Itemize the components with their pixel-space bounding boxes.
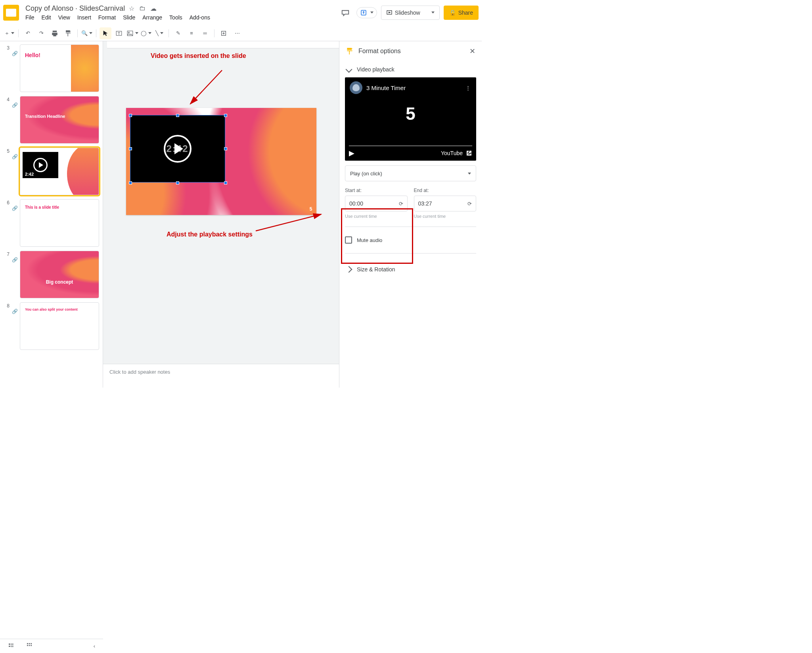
play-icon[interactable] <box>164 135 192 163</box>
slideshow-button[interactable]: Slideshow <box>381 6 425 19</box>
close-icon[interactable]: ✕ <box>469 47 475 56</box>
image-tool[interactable] <box>126 27 138 39</box>
thumbnail-item[interactable]: 6 🔗 This is a slide title <box>2 199 101 247</box>
annotation-text-top: Video gets inserted on the slide <box>151 52 270 60</box>
main-area: 3 🔗 Hello! 4 🔗 Transition Headline 5 🔗 <box>0 41 482 388</box>
shape-tool[interactable]: ◯ <box>140 27 152 39</box>
thumbnail-item[interactable]: 8 🔗 You can also split your content <box>2 302 101 350</box>
menu-arrange[interactable]: Arrange <box>142 14 162 21</box>
link-icon: 🔗 <box>12 251 17 298</box>
zoom-button[interactable]: 🔍 <box>81 27 93 39</box>
menu-file[interactable]: File <box>25 14 34 21</box>
select-tool[interactable] <box>100 27 111 39</box>
link-icon: 🔗 <box>12 199 17 247</box>
redo-button[interactable]: ↷ <box>35 27 47 39</box>
resize-handle[interactable] <box>176 181 179 184</box>
section-label: Size & Rotation <box>357 266 395 273</box>
video-play-icon[interactable]: ▶ <box>349 149 354 157</box>
chevron-right-icon <box>346 266 352 273</box>
top-actions: Slideshow 🔒 Share <box>338 6 479 20</box>
link-icon: 🔗 <box>12 148 17 195</box>
menu-edit[interactable]: Edit <box>42 14 51 21</box>
thumbnail-preview[interactable]: This is a slide title <box>20 199 99 247</box>
more-tools-button[interactable]: ⋯ <box>231 27 243 39</box>
start-time-input[interactable] <box>349 200 373 207</box>
present-integration-button[interactable] <box>356 7 377 18</box>
svg-marker-2 <box>389 12 390 13</box>
slide[interactable]: 5 2:42 <box>126 108 316 215</box>
inserted-video[interactable]: 2:42 <box>130 115 225 182</box>
thumbnail-item[interactable]: 3 🔗 Hello! <box>2 44 101 92</box>
video-countdown-value: 5 <box>406 104 415 124</box>
refresh-icon[interactable]: ⟳ <box>399 201 403 207</box>
document-title[interactable]: Copy of Alonso · SlidesCarnival <box>25 4 125 13</box>
pen-color-tool[interactable]: ✎ <box>172 27 184 39</box>
thumbnail-strip[interactable]: 3 🔗 Hello! 4 🔗 Transition Headline 5 🔗 <box>0 41 103 388</box>
format-options-button[interactable] <box>218 27 230 39</box>
refresh-icon[interactable]: ⟳ <box>467 201 472 207</box>
menu-format[interactable]: Format <box>98 14 116 21</box>
thumbnail-number: 4 <box>2 96 10 144</box>
resize-handle[interactable] <box>224 114 227 117</box>
thumbnail-item[interactable]: 5 🔗 2:42 <box>2 148 101 195</box>
share-button[interactable]: 🔒 Share <box>444 6 479 20</box>
border-weight-tool[interactable]: ≡ <box>186 27 197 39</box>
new-slide-button[interactable]: ＋ <box>3 27 15 39</box>
slideshow-dropdown[interactable] <box>425 6 439 19</box>
section-size-rotation[interactable]: Size & Rotation <box>345 261 476 277</box>
undo-button[interactable]: ↶ <box>22 27 34 39</box>
chevron-down-icon <box>346 66 352 73</box>
border-dash-tool[interactable]: ═ <box>199 27 211 39</box>
thumbnail-title: Hello! <box>25 52 40 58</box>
end-time-input-wrap[interactable]: ⟳ <box>414 196 477 211</box>
play-mode-dropdown[interactable]: Play (on click) <box>345 165 476 181</box>
title-area: Copy of Alonso · SlidesCarnival ☆ 🗀 ☁ Fi… <box>25 4 338 21</box>
link-icon: 🔗 <box>12 302 17 350</box>
thumbnail-item[interactable]: 7 🔗 Big concept <box>2 251 101 298</box>
resize-handle[interactable] <box>224 181 227 184</box>
textbox-tool[interactable] <box>113 27 125 39</box>
speaker-notes-placeholder: Click to add speaker notes <box>109 369 170 375</box>
star-icon[interactable]: ☆ <box>129 5 134 12</box>
resize-handle[interactable] <box>224 147 227 150</box>
menu-tools[interactable]: Tools <box>169 14 182 21</box>
menu-slide[interactable]: Slide <box>123 14 135 21</box>
print-button[interactable] <box>49 27 61 39</box>
resize-handle[interactable] <box>129 114 132 117</box>
slideshow-label: Slideshow <box>395 10 420 16</box>
slide-canvas[interactable]: Video gets inserted on the slide 5 2:42 <box>103 48 339 364</box>
line-tool[interactable]: ╲ <box>153 27 165 39</box>
thumbnail-number: 7 <box>2 251 10 298</box>
resize-handle[interactable] <box>129 147 132 150</box>
menu-insert[interactable]: Insert <box>77 14 91 21</box>
paint-format-button[interactable] <box>62 27 74 39</box>
youtube-logo[interactable]: YouTube <box>441 150 472 156</box>
speaker-notes[interactable]: Click to add speaker notes <box>103 364 339 388</box>
end-time-input[interactable] <box>418 200 442 207</box>
thumbnail-item[interactable]: 4 🔗 Transition Headline <box>2 96 101 144</box>
slideshow-button-group: Slideshow <box>381 6 440 20</box>
thumbnail-preview[interactable]: Hello! <box>20 44 99 92</box>
menu-view[interactable]: View <box>58 14 70 21</box>
chevron-down-icon <box>468 173 471 175</box>
slides-app-icon[interactable] <box>3 5 19 21</box>
use-current-time-hint[interactable]: Use current time <box>414 214 477 219</box>
panel-body: Video playback 3 Minute Timer ⋮ 5 ▶ YouT… <box>339 61 482 388</box>
thumbnail-preview[interactable]: Transition Headline <box>20 96 99 144</box>
cloud-status-icon[interactable]: ☁ <box>150 5 157 12</box>
thumbnail-preview[interactable]: Big concept <box>20 251 99 298</box>
video-preview[interactable]: 3 Minute Timer ⋮ 5 ▶ YouTube <box>345 77 476 161</box>
thumbnail-number: 8 <box>2 302 10 350</box>
resize-handle[interactable] <box>176 114 179 117</box>
panel-title: Format options <box>358 48 465 55</box>
thumbnail-preview-selected[interactable]: 2:42 <box>20 148 99 195</box>
comments-icon[interactable] <box>338 6 352 20</box>
link-icon: 🔗 <box>12 44 17 92</box>
thumbnail-preview[interactable]: You can also split your content <box>20 302 99 350</box>
annotation-text-bottom: Adjust the playback settings <box>167 231 262 238</box>
section-video-playback[interactable]: Video playback <box>345 61 476 77</box>
move-icon[interactable]: 🗀 <box>139 5 146 12</box>
resize-handle[interactable] <box>129 181 132 184</box>
menu-addons[interactable]: Add-ons <box>190 14 210 21</box>
kebab-menu-icon[interactable]: ⋮ <box>465 85 471 91</box>
